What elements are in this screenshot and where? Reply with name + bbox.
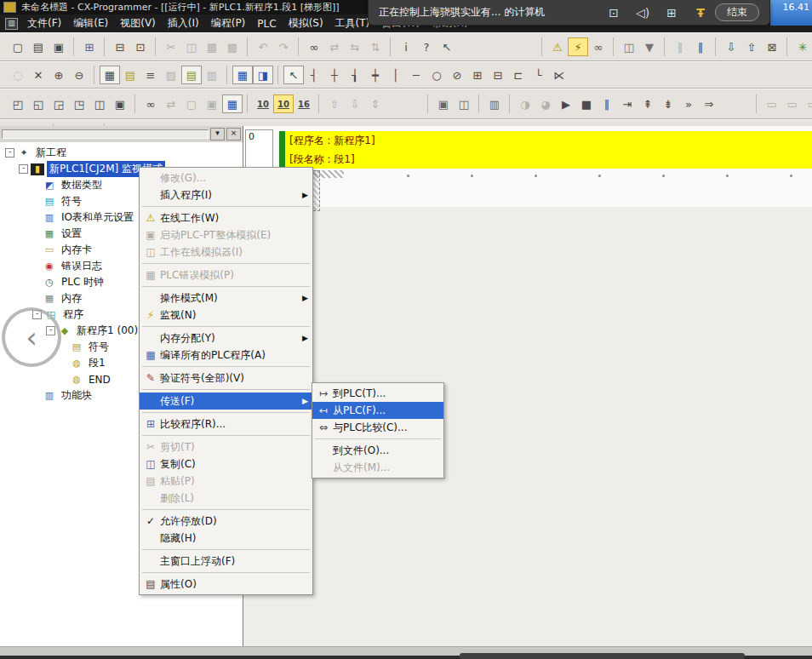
new-project-icon[interactable]: ▢: [8, 37, 28, 56]
save-project-icon[interactable]: ▣: [49, 37, 69, 56]
toggle-watch-window-icon[interactable]: ◲: [49, 95, 69, 113]
monitor-in-window-icon[interactable]: ∞: [140, 95, 161, 113]
toggle-output-window-icon[interactable]: ◱: [28, 95, 49, 113]
copy-icon[interactable]: ◫: [181, 37, 202, 56]
program-verify-icon[interactable]: ⊠: [762, 37, 782, 56]
help-icon[interactable]: ?: [416, 37, 437, 56]
context-menu-item-3[interactable]: ⚠在线工作(W): [140, 209, 312, 226]
new-instruction-icon[interactable]: ⊞: [467, 66, 488, 84]
io-comment-view-icon[interactable]: ▤: [120, 66, 140, 84]
page-view-icon[interactable]: ▢: [181, 95, 202, 113]
cross-reference-icon[interactable]: ▨: [161, 66, 181, 84]
replace-icon[interactable]: ⇄: [324, 37, 345, 56]
remote-key-icon[interactable]: Ŧ: [686, 6, 715, 20]
step-run-icon[interactable]: ⇥: [617, 95, 638, 113]
step-out-icon[interactable]: ⇟: [658, 95, 678, 113]
zoom-100-icon[interactable]: ✕: [28, 66, 49, 84]
transfer-submenu-item-4[interactable]: 到文件(O)...: [312, 442, 443, 459]
menubar-item-2[interactable]: 视图(V): [114, 14, 162, 32]
play-simulation-icon[interactable]: ▶: [556, 95, 576, 113]
context-menu-item-13[interactable]: ▦编译所有的PLC程序(A): [140, 347, 312, 364]
transfer-from-plc-toolbar-icon[interactable]: ▼: [639, 37, 660, 56]
new-contact-icon[interactable]: ┤: [304, 66, 324, 84]
context-menu-item-9[interactable]: 操作模式(M)▶: [140, 289, 312, 307]
symbol-table-icon[interactable]: ▤: [181, 66, 202, 84]
delete-line-icon[interactable]: ⋉: [549, 66, 569, 84]
tree-expander-icon[interactable]: -: [5, 148, 14, 158]
new-fb-invocation-icon[interactable]: ⊟: [488, 66, 508, 84]
window-toolbox-icon[interactable]: ⊞: [657, 6, 686, 20]
end-session-button[interactable]: 结束: [715, 3, 759, 21]
transfer-submenu-item-5[interactable]: 从文件(M)...: [312, 459, 443, 476]
redo-icon[interactable]: ↷: [273, 37, 294, 56]
context-menu-item-27[interactable]: 隐藏(H): [140, 530, 312, 547]
cut-icon[interactable]: ✂: [161, 37, 181, 56]
zoom-in-icon[interactable]: ⊕: [49, 66, 69, 84]
io-bit-monitor-icon[interactable]: ▭: [762, 95, 782, 113]
tree-item-0[interactable]: -✦新工程: [3, 145, 243, 161]
monitor-data-display-icon[interactable]: ▦: [232, 66, 253, 84]
context-menu-item-19[interactable]: ⊞比较程序(R)...: [140, 415, 312, 433]
program-download-icon[interactable]: ⇩: [721, 37, 741, 56]
stop-simulation-icon[interactable]: ■: [576, 95, 597, 113]
force-on-icon[interactable]: ⇧: [324, 95, 345, 113]
speaker-icon[interactable]: ◁): [628, 6, 657, 20]
pause-icon[interactable]: ‖: [690, 37, 711, 56]
force-off-icon[interactable]: ⇩: [345, 95, 365, 113]
compare-programs-icon[interactable]: ⊞: [79, 37, 100, 56]
menubar-item-6[interactable]: 模拟(S): [283, 14, 329, 32]
new-or-closed-contact-icon[interactable]: ┿: [365, 66, 386, 84]
new-or-contact-icon[interactable]: ┧: [345, 66, 365, 84]
change-all-icon[interactable]: ⇆: [345, 37, 365, 56]
transfer-submenu-item-2[interactable]: ⇔与PLC比较(C)...: [312, 419, 443, 436]
time-chart-monitor-icon[interactable]: ▦: [222, 95, 243, 113]
toggle-project-window-icon[interactable]: ◰: [8, 95, 28, 113]
pause-monitor-icon[interactable]: ‖: [670, 37, 690, 56]
about-icon[interactable]: i: [396, 37, 416, 56]
rung-wrap-icon[interactable]: ≡: [140, 66, 161, 84]
menubar-item-0[interactable]: 文件(F): [21, 14, 67, 32]
tree-panel-dropdown-icon[interactable]: ▾: [210, 128, 225, 140]
simulator-online-icon[interactable]: ▥: [484, 95, 505, 113]
paste-rung-icon[interactable]: ▩: [222, 37, 243, 56]
load-monitor-data-icon[interactable]: ◫: [454, 95, 474, 113]
print-icon[interactable]: ⊟: [110, 37, 130, 56]
tree-expander-icon[interactable]: -: [19, 164, 28, 174]
new-coil-icon[interactable]: ○: [426, 66, 447, 84]
print-preview-icon[interactable]: ⊡: [130, 37, 151, 56]
save-monitor-data-icon[interactable]: ▣: [433, 95, 454, 113]
context-help-icon[interactable]: ↖: [437, 37, 457, 56]
differential-monitor-icon[interactable]: ∞: [588, 37, 609, 56]
force-cancel-icon[interactable]: ⇕: [365, 95, 386, 113]
transfer-submenu-item-1[interactable]: ↤从PLC(F)...: [312, 402, 443, 419]
tree-panel-grip[interactable]: [2, 129, 209, 139]
transfer-to-plc-toolbar-icon[interactable]: ◫: [619, 37, 639, 56]
run-to-cursor-icon[interactable]: ⇒: [699, 95, 719, 113]
zoom-select-icon[interactable]: ◌: [8, 66, 28, 84]
local-symbol-icon[interactable]: ▥: [202, 66, 222, 84]
continuous-step-icon[interactable]: »: [678, 95, 699, 113]
context-menu-item-0[interactable]: 修改(G)...: [140, 169, 312, 186]
monitor-mode-icon[interactable]: ⚡: [568, 37, 588, 56]
run-simulation-icon[interactable]: ◑: [515, 95, 535, 113]
select-mode-icon[interactable]: ↖: [283, 66, 304, 84]
pause-simulation-icon[interactable]: ‖: [597, 95, 617, 113]
menubar-item-3[interactable]: 插入(I): [162, 14, 205, 32]
program-name-row[interactable]: [程序名 : 新程序1]: [279, 131, 812, 150]
context-menu-item-15[interactable]: ✎验证符号(全部)(V): [140, 370, 312, 387]
context-menu-item-7[interactable]: ▦PLC错误模拟(P): [140, 266, 312, 284]
menubar-item-1[interactable]: 编辑(E): [67, 14, 114, 32]
tree-panel-close-icon[interactable]: ×: [226, 128, 241, 140]
context-menu-item-31[interactable]: ▤属性(O): [140, 576, 312, 593]
toggle-cross-reference-window-icon[interactable]: ◳: [69, 95, 89, 113]
context-menu-item-24[interactable]: 删除(L): [140, 490, 312, 507]
word-monitor-icon[interactable]: ▭: [782, 95, 803, 113]
monitor-signed-decimal-icon[interactable]: 10: [273, 95, 294, 113]
grid-toggle-icon[interactable]: ▦: [100, 66, 120, 84]
context-menu-item-4[interactable]: ▣启动PLC-PT整体模拟(E): [140, 226, 312, 244]
toggle-address-reference-window-icon[interactable]: ◫: [89, 95, 110, 113]
fullscreen-icon[interactable]: ⊡: [599, 6, 628, 20]
step-into-icon[interactable]: ⇞: [638, 95, 658, 113]
work-online-icon[interactable]: ⚠: [547, 37, 568, 56]
program-upload-icon[interactable]: ⇧: [741, 37, 762, 56]
